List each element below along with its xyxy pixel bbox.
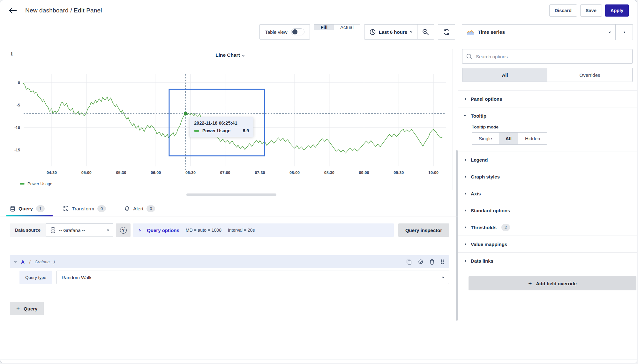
- table-view-toggle[interactable]: Table view: [259, 24, 310, 40]
- tab-transform[interactable]: Transform 0: [63, 201, 106, 216]
- query-row-header[interactable]: A (-- Grafana --): [10, 255, 449, 268]
- tab-alert[interactable]: Alert 0: [124, 201, 155, 216]
- tab-overrides[interactable]: Overrides: [547, 68, 632, 82]
- page-title: New dashboard / Edit Panel: [25, 7, 102, 14]
- eye-icon[interactable]: [418, 259, 424, 264]
- database-icon: [50, 227, 56, 233]
- tab-transform-label: Transform: [72, 206, 94, 212]
- chevron-down-icon: [442, 276, 444, 278]
- tab-all[interactable]: All: [462, 68, 547, 82]
- add-query-button[interactable]: + Query: [10, 302, 44, 315]
- query-type-label: Query type: [19, 271, 52, 284]
- option-label: Thresholds: [471, 225, 497, 230]
- option-tooltip[interactable]: Tooltip: [458, 107, 637, 124]
- collapse-sidebar-button[interactable]: [615, 25, 633, 40]
- query-options-md: MD = auto = 1008: [186, 228, 221, 233]
- tooltip-mode-all[interactable]: All: [499, 133, 518, 144]
- grafana-edit-panel-page: New dashboard / Edit Panel Discard Save …: [0, 0, 637, 363]
- zoom-out-icon: [422, 29, 429, 35]
- query-datasource-hint: (-- Grafana --): [29, 259, 55, 264]
- transform-icon: [63, 206, 69, 211]
- x-axis-tick: 04:30: [47, 171, 57, 175]
- drag-handle-icon[interactable]: [440, 259, 444, 265]
- datasource-label: Data source: [10, 223, 46, 237]
- fill-option[interactable]: Fill: [314, 25, 334, 30]
- question-circle-icon: ?: [120, 227, 127, 234]
- tooltip-mode-single[interactable]: Single: [472, 133, 499, 144]
- x-axis-tick: 05:00: [81, 171, 92, 175]
- option-value-mappings[interactable]: Value mappings: [458, 236, 637, 252]
- option-axis[interactable]: Axis: [458, 185, 637, 202]
- series-color-swatch: [194, 130, 199, 132]
- panel-resize-handle[interactable]: [186, 193, 276, 196]
- option-graph-styles[interactable]: Graph styles: [458, 168, 637, 185]
- back-button[interactable]: [9, 7, 17, 14]
- tab-query[interactable]: Query 1: [10, 201, 45, 216]
- zoom-out-button[interactable]: [417, 25, 434, 39]
- x-axis-tick: 08:00: [289, 171, 300, 175]
- chevron-right-icon: [139, 229, 141, 231]
- tab-query-label: Query: [19, 206, 33, 212]
- tab-alert-label: Alert: [133, 206, 143, 212]
- query-inspector-button[interactable]: Query inspector: [398, 223, 449, 237]
- tooltip-mode-segmented: Single All Hidden: [472, 132, 547, 145]
- y-axis-tick: 0: [18, 81, 20, 85]
- datasource-select[interactable]: -- Grafana --: [46, 223, 113, 237]
- discard-button[interactable]: Discard: [549, 4, 577, 17]
- datasource-value: -- Grafana --: [59, 228, 85, 233]
- query-options-interval: Interval = 20s: [228, 228, 255, 233]
- option-legend[interactable]: Legend: [458, 151, 637, 168]
- option-label: Panel options: [471, 96, 502, 102]
- datasource-help-button[interactable]: ?: [116, 223, 131, 237]
- chevron-down-icon: [464, 114, 466, 116]
- actual-option[interactable]: Actual: [334, 25, 360, 30]
- chart-tooltip: 2022-11-18 06:25:41 Power Usage -6.9: [190, 117, 253, 137]
- legend-item-power-usage[interactable]: Power Usage: [20, 181, 52, 186]
- tooltip-settings: Tooltip mode Single All Hidden: [458, 124, 637, 151]
- option-panel-options[interactable]: Panel options: [458, 90, 637, 107]
- search-input[interactable]: [476, 54, 628, 59]
- plus-icon: +: [528, 280, 532, 287]
- bell-icon: [124, 206, 130, 212]
- option-label: Axis: [471, 191, 481, 196]
- chevron-right-icon: [464, 226, 466, 228]
- vertical-scrollbar[interactable]: [456, 150, 458, 321]
- duplicate-icon[interactable]: [406, 259, 412, 265]
- save-button[interactable]: Save: [580, 4, 602, 17]
- chevron-down-icon: [107, 229, 109, 231]
- add-field-override-button[interactable]: + Add field override: [469, 276, 636, 290]
- tooltip-series-value: -6.9: [241, 128, 249, 133]
- apply-button[interactable]: Apply: [605, 4, 629, 17]
- trash-icon[interactable]: [430, 259, 434, 265]
- visualization-select[interactable]: Time series: [462, 25, 615, 40]
- option-label: Value mappings: [471, 242, 507, 247]
- x-axis-tick: 06:30: [185, 171, 196, 175]
- tooltip-mode-hidden[interactable]: Hidden: [518, 133, 547, 144]
- time-range-button[interactable]: Last 6 hours: [364, 29, 417, 35]
- chevron-right-icon: [464, 209, 466, 211]
- query-options-link[interactable]: Query options: [147, 228, 179, 233]
- options-list: Panel options Tooltip Tooltip mode Singl…: [458, 90, 637, 290]
- tooltip-timestamp: 2022-11-18 06:25:41: [194, 120, 249, 126]
- refresh-button[interactable]: [438, 24, 455, 40]
- tab-query-badge: 1: [36, 205, 45, 212]
- option-label: Standard options: [471, 208, 510, 213]
- x-axis-tick: 08:30: [324, 171, 334, 175]
- x-axis-tick: 09:30: [394, 171, 404, 175]
- chevron-right-icon: [464, 98, 466, 100]
- visualization-label: Time series: [478, 29, 505, 35]
- tab-transform-badge: 0: [97, 205, 106, 212]
- query-type-select[interactable]: Random Walk: [56, 271, 449, 284]
- datasource-row: Data source -- Grafana -- ? Query option…: [10, 223, 449, 237]
- chevron-down-icon[interactable]: [14, 260, 17, 262]
- chevron-down-icon: [410, 30, 412, 33]
- search-icon: [466, 54, 472, 60]
- toggle-switch[interactable]: [291, 28, 304, 35]
- option-data-links[interactable]: Data links: [458, 252, 637, 269]
- chevron-right-icon: [464, 175, 466, 178]
- sidebar-bottom-divider: [458, 350, 637, 350]
- tooltip-mode-label: Tooltip mode: [472, 125, 637, 129]
- option-standard-options[interactable]: Standard options: [458, 202, 637, 219]
- tab-alert-badge: 0: [146, 205, 155, 212]
- option-thresholds[interactable]: Thresholds 2: [458, 219, 637, 236]
